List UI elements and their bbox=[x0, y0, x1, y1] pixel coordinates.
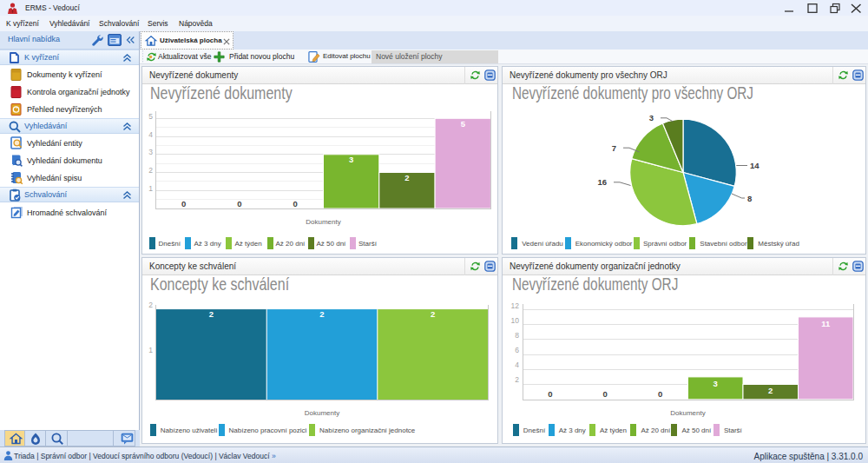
svg-text:5: 5 bbox=[461, 119, 466, 129]
svg-text:4: 4 bbox=[515, 360, 519, 369]
svg-text:2: 2 bbox=[148, 166, 153, 175]
svg-text:3: 3 bbox=[649, 113, 654, 122]
svg-text:2: 2 bbox=[148, 301, 153, 309]
svg-text:3: 3 bbox=[349, 155, 353, 164]
svg-text:0: 0 bbox=[237, 199, 241, 208]
svg-text:2: 2 bbox=[404, 173, 409, 182]
svg-text:6: 6 bbox=[515, 346, 519, 354]
svg-text:0: 0 bbox=[658, 389, 662, 399]
svg-text:3: 3 bbox=[148, 148, 153, 156]
svg-text:0: 0 bbox=[181, 199, 186, 208]
svg-text:Dokumenty: Dokumenty bbox=[305, 409, 339, 417]
svg-text:4: 4 bbox=[148, 130, 153, 139]
svg-text:0: 0 bbox=[293, 199, 298, 208]
svg-text:Dokumenty: Dokumenty bbox=[306, 218, 340, 226]
svg-text:0: 0 bbox=[603, 389, 608, 399]
svg-text:2: 2 bbox=[768, 386, 773, 395]
svg-text:14: 14 bbox=[750, 161, 760, 170]
svg-text:16: 16 bbox=[597, 177, 607, 187]
svg-text:8: 8 bbox=[747, 194, 752, 203]
svg-text:2: 2 bbox=[515, 375, 519, 384]
svg-text:8: 8 bbox=[515, 331, 519, 340]
svg-text:5: 5 bbox=[148, 112, 153, 121]
svg-text:7: 7 bbox=[612, 143, 616, 153]
svg-text:Dokumenty: Dokumenty bbox=[670, 409, 705, 417]
svg-text:10: 10 bbox=[511, 316, 520, 325]
svg-text:12: 12 bbox=[511, 301, 520, 310]
svg-text:11: 11 bbox=[821, 319, 831, 328]
svg-text:2: 2 bbox=[431, 309, 435, 319]
svg-text:3: 3 bbox=[713, 379, 718, 388]
svg-text:2: 2 bbox=[209, 309, 214, 319]
svg-text:1: 1 bbox=[148, 346, 153, 354]
svg-text:2: 2 bbox=[319, 309, 324, 319]
svg-text:0: 0 bbox=[548, 389, 552, 399]
svg-text:1: 1 bbox=[148, 184, 153, 193]
